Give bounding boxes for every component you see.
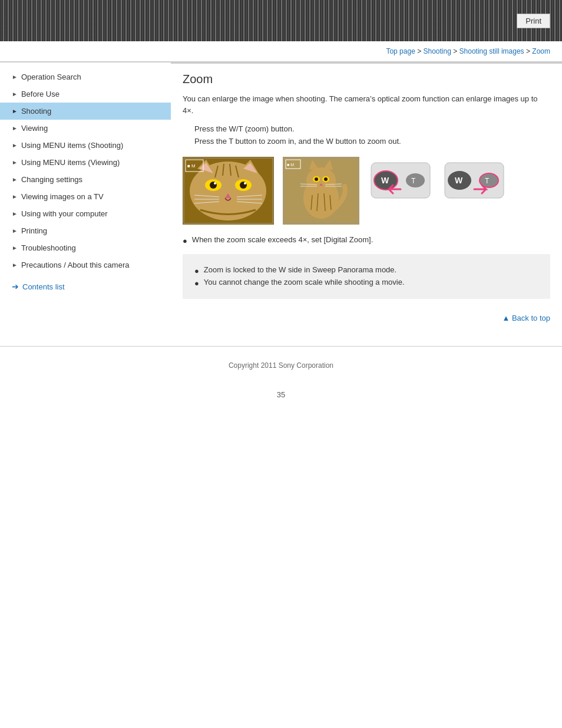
svg-text:T: T xyxy=(411,177,416,185)
sidebar-item-shooting[interactable]: ► Shooting xyxy=(0,103,171,120)
print-button[interactable]: Print xyxy=(517,14,550,28)
sidebar-item-label: Operation Search xyxy=(21,73,81,81)
sidebar-item-troubleshooting[interactable]: ► Troubleshooting xyxy=(0,239,171,256)
footer-divider xyxy=(0,346,562,347)
arrow-icon: ► xyxy=(12,108,18,114)
cat-close-up-image: ■ M xyxy=(183,157,274,226)
sidebar-item-label: Shooting xyxy=(21,107,51,116)
gray-note-1-text: Zoom is locked to the W side in Sweep Pa… xyxy=(204,265,396,274)
instruction-2: Press the T button to zoom in, and the W… xyxy=(194,136,550,148)
contents-list-label: Contents list xyxy=(22,282,65,291)
breadcrumb-sep3: > xyxy=(526,47,532,55)
svg-text:T: T xyxy=(485,177,490,185)
sidebar-item-viewing-images-tv[interactable]: ► Viewing images on a TV xyxy=(0,188,171,205)
breadcrumb: Top page > Shooting > Shooting still ima… xyxy=(0,41,562,61)
svg-text:■ M: ■ M xyxy=(287,163,294,167)
back-to-top-label: Back to top xyxy=(512,314,550,322)
content-intro: You can enlarge the image when shooting.… xyxy=(183,93,550,116)
page-number: 35 xyxy=(0,378,562,411)
arrow-icon: ► xyxy=(12,176,18,183)
contents-list-link[interactable]: ➔ Contents list xyxy=(0,276,171,297)
breadcrumb-sep2: > xyxy=(453,47,459,55)
note-digital-zoom: ● When the zoom scale exceeds 4×, set [D… xyxy=(183,235,550,245)
svg-point-34 xyxy=(315,177,318,181)
arrow-icon: ► xyxy=(12,74,18,80)
sidebar-item-viewing[interactable]: ► Viewing xyxy=(0,120,171,137)
sidebar-item-label: Before Use xyxy=(21,90,59,98)
sidebar-item-label: Using with your computer xyxy=(21,209,108,218)
sidebar-item-label: Changing settings xyxy=(21,175,82,184)
svg-point-15 xyxy=(244,182,246,185)
sidebar-item-label: Troubleshooting xyxy=(21,243,76,252)
svg-text:■ M: ■ M xyxy=(187,163,196,169)
instruction-1: Press the W/T (zoom) button. xyxy=(194,123,550,136)
sidebar-item-operation-search[interactable]: ► Operation Search xyxy=(0,68,171,85)
footer: Copyright 2011 Sony Corporation xyxy=(0,353,562,378)
main-layout: ► Operation Search ► Before Use ► Shooti… xyxy=(0,62,562,340)
gray-note-2: ● You cannot change the zoom scale while… xyxy=(194,278,538,288)
triangle-up-icon: ▲ xyxy=(502,314,511,322)
arrow-icon: ► xyxy=(12,193,18,200)
arrow-icon: ► xyxy=(12,142,18,149)
svg-text:W: W xyxy=(455,176,463,185)
sidebar-item-printing[interactable]: ► Printing xyxy=(0,222,171,239)
breadcrumb-zoom[interactable]: Zoom xyxy=(532,47,550,55)
arrow-icon: ► xyxy=(12,245,18,251)
back-to-top: ▲ Back to top xyxy=(183,308,550,328)
bullet-icon: ● xyxy=(194,266,199,275)
bullet-icon: ● xyxy=(194,279,199,288)
svg-text:W: W xyxy=(381,176,389,185)
note-digital-zoom-text: When the zoom scale exceeds 4×, set [Dig… xyxy=(192,235,373,244)
sidebar-item-using-computer[interactable]: ► Using with your computer xyxy=(0,205,171,222)
instructions: Press the W/T (zoom) button. Press the T… xyxy=(194,123,550,148)
bullet-icon: ● xyxy=(183,236,187,245)
sidebar-item-using-menu-shooting[interactable]: ► Using MENU items (Shooting) xyxy=(0,137,171,154)
page-title: Zoom xyxy=(183,73,550,86)
gray-note-1: ● Zoom is locked to the W side in Sweep … xyxy=(194,265,538,275)
svg-point-14 xyxy=(214,182,216,185)
arrow-icon: ► xyxy=(12,125,18,131)
content-area: Zoom You can enlarge the image when shoo… xyxy=(171,62,562,340)
zoom-button-w-close: W T xyxy=(368,157,433,226)
zoom-button-w-far: W T xyxy=(442,157,507,226)
arrow-icon: ► xyxy=(12,91,18,97)
cat-far-image: ■ M xyxy=(283,157,359,226)
header-banner: Print xyxy=(0,0,562,41)
copyright-text: Copyright 2011 Sony Corporation xyxy=(229,361,333,370)
sidebar-item-label: Viewing images on a TV xyxy=(21,192,104,201)
sidebar-item-label: Printing xyxy=(21,226,47,235)
svg-point-35 xyxy=(324,177,328,181)
sidebar-item-label: Using MENU items (Viewing) xyxy=(21,158,120,167)
breadcrumb-still-images[interactable]: Shooting still images xyxy=(459,47,524,55)
sidebar-item-before-use[interactable]: ► Before Use xyxy=(0,85,171,103)
sidebar-item-using-menu-viewing[interactable]: ► Using MENU items (Viewing) xyxy=(0,154,171,171)
sidebar-item-label: Using MENU items (Shooting) xyxy=(21,141,123,150)
images-grid: ■ M xyxy=(183,157,550,226)
arrow-icon: ► xyxy=(12,262,18,268)
back-to-top-link[interactable]: ▲ Back to top xyxy=(502,314,550,322)
arrow-icon: ► xyxy=(12,228,18,234)
arrow-icon: ► xyxy=(12,159,18,166)
sidebar-item-label: Precautions / About this camera xyxy=(21,261,130,269)
sidebar: ► Operation Search ► Before Use ► Shooti… xyxy=(0,62,171,340)
svg-point-29 xyxy=(306,167,336,193)
arrow-right-icon: ➔ xyxy=(12,282,19,291)
sidebar-item-changing-settings[interactable]: ► Changing settings xyxy=(0,171,171,188)
breadcrumb-sep1: > xyxy=(417,47,423,55)
gray-notes-box: ● Zoom is locked to the W side in Sweep … xyxy=(183,254,550,299)
sidebar-item-precautions[interactable]: ► Precautions / About this camera xyxy=(0,256,171,274)
breadcrumb-top-page[interactable]: Top page xyxy=(386,47,415,55)
breadcrumb-shooting[interactable]: Shooting xyxy=(424,47,451,55)
gray-note-2-text: You cannot change the zoom scale while s… xyxy=(204,278,405,286)
sidebar-item-label: Viewing xyxy=(21,124,48,133)
arrow-icon: ► xyxy=(12,210,18,217)
